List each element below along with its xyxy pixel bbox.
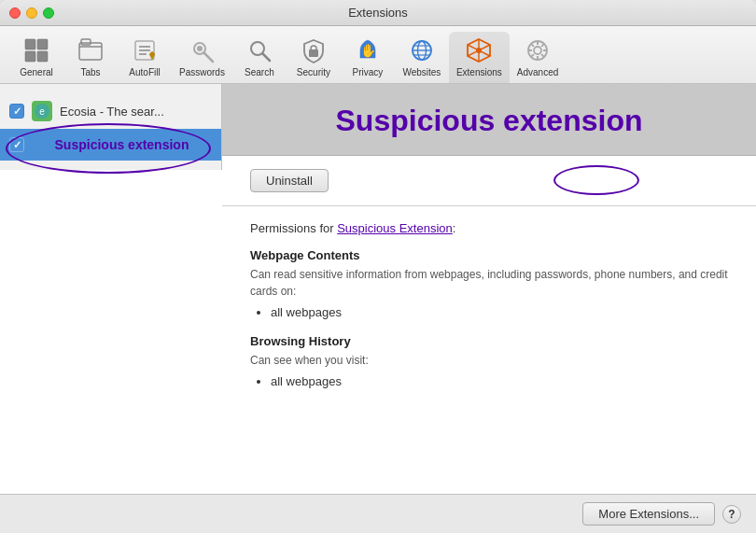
extension-header: Suspicious extension: [222, 84, 756, 156]
uninstall-button[interactable]: Uninstall: [250, 169, 329, 192]
perm-title-browsing: Browsing History: [250, 334, 728, 348]
close-button[interactable]: [9, 7, 21, 19]
svg-line-15: [262, 54, 270, 62]
extension-checkbox-suspicious[interactable]: ✓: [9, 137, 24, 152]
extension-icon: e: [32, 101, 52, 121]
uninstall-annotation-oval: [553, 165, 639, 195]
general-label: General: [20, 67, 53, 77]
extensions-icon: [464, 35, 494, 65]
svg-line-38: [531, 54, 534, 57]
privacy-icon: ✋: [353, 35, 383, 65]
suspicious-extension-name: Suspicious extension: [32, 136, 212, 153]
svg-point-30: [534, 47, 541, 54]
svg-rect-3: [37, 51, 48, 62]
general-icon: [21, 35, 51, 65]
websites-label: Websites: [402, 67, 441, 77]
extension-header-title: Suspicious extension: [250, 103, 728, 138]
bottom-bar: More Extensions... ?: [0, 494, 756, 533]
right-panel: Suspicious extension Uninstall Permissio…: [222, 84, 756, 494]
toolbar: General Tabs A: [0, 26, 756, 84]
svg-rect-2: [25, 51, 35, 62]
maximize-button[interactable]: [43, 7, 54, 19]
svg-line-36: [541, 54, 544, 57]
toolbar-item-advanced[interactable]: Advanced: [510, 32, 566, 83]
permissions-colon: :: [453, 221, 456, 235]
passwords-label: Passwords: [179, 67, 225, 77]
list-item-suspicious[interactable]: ✓ Suspicious extension: [0, 129, 221, 161]
svg-line-37: [541, 44, 544, 47]
autofill-label: AutoFill: [129, 67, 160, 77]
checkmark-icon: ✓: [13, 105, 21, 118]
websites-icon: [407, 35, 437, 65]
help-button[interactable]: ?: [722, 505, 741, 524]
extension-name: Ecosia - The sear...: [60, 105, 212, 119]
permissions-section: Permissions for Suspicious Extension: We…: [222, 206, 756, 494]
list-item[interactable]: ✓ e Ecosia - The sear...: [0, 93, 221, 129]
toolbar-item-websites[interactable]: Websites: [395, 32, 449, 83]
perm-list-browsing: all webpages: [250, 374, 728, 388]
permissions-header: Permissions for Suspicious Extension:: [250, 221, 728, 235]
window: Extensions General Ta: [0, 0, 756, 533]
search-label: Search: [245, 67, 274, 77]
extensions-label: Extensions: [456, 67, 502, 77]
perm-list-webpage: all webpages: [250, 305, 728, 319]
tabs-label: Tabs: [80, 67, 100, 77]
advanced-icon: [523, 35, 553, 65]
svg-rect-16: [309, 49, 318, 57]
permissions-prefix: Permissions for: [250, 221, 334, 235]
title-bar: Extensions: [0, 0, 756, 26]
perm-title-webpage: Webpage Contents: [250, 248, 728, 262]
toolbar-item-extensions[interactable]: Extensions: [449, 32, 510, 83]
content-area: ✓ e Ecosia - The sear... ✓ Sus: [0, 84, 756, 494]
advanced-label: Advanced: [517, 67, 558, 77]
permission-group-webpage: Webpage Contents Can read sensitive info…: [250, 248, 728, 319]
svg-rect-1: [37, 39, 48, 49]
security-icon: [299, 35, 329, 65]
svg-rect-5: [81, 39, 91, 45]
svg-text:✋: ✋: [359, 43, 376, 59]
more-extensions-button[interactable]: More Extensions...: [582, 502, 715, 526]
search-icon: [245, 35, 274, 65]
traffic-lights: [9, 7, 54, 19]
uninstall-row: Uninstall: [222, 156, 756, 206]
toolbar-item-passwords[interactable]: Passwords: [172, 32, 232, 83]
left-panel: ✓ e Ecosia - The sear... ✓ Sus: [0, 84, 222, 170]
toolbar-item-security[interactable]: Security: [287, 32, 341, 83]
toolbar-item-autofill[interactable]: AutoFill: [118, 32, 172, 83]
svg-text:e: e: [39, 106, 45, 117]
privacy-label: Privacy: [353, 67, 384, 77]
toolbar-item-tabs[interactable]: Tabs: [63, 32, 118, 83]
minimize-button[interactable]: [26, 7, 37, 19]
perm-desc-webpage: Can read sensitive information from webp…: [250, 266, 728, 300]
toolbar-item-search[interactable]: Search: [232, 32, 287, 83]
extension-link[interactable]: Suspicious Extension: [337, 221, 453, 235]
permission-group-browsing: Browsing History Can see when you visit:…: [250, 334, 728, 388]
svg-line-12: [204, 53, 214, 63]
security-label: Security: [297, 67, 330, 77]
perm-list-item: all webpages: [271, 305, 728, 319]
autofill-icon: [130, 35, 160, 65]
toolbar-item-privacy[interactable]: ✋ Privacy: [341, 32, 395, 83]
window-title: Extensions: [348, 6, 408, 20]
svg-point-28: [476, 48, 482, 53]
toolbar-item-general[interactable]: General: [9, 32, 63, 83]
svg-line-35: [531, 44, 534, 47]
perm-list-item: all webpages: [271, 374, 728, 388]
svg-rect-0: [25, 39, 35, 49]
svg-point-13: [197, 46, 203, 51]
perm-desc-browsing: Can see when you visit:: [250, 352, 728, 369]
passwords-icon: [187, 35, 217, 65]
tabs-icon: [76, 35, 105, 65]
checkmark-icon: ✓: [13, 139, 21, 151]
extension-checkbox[interactable]: ✓: [9, 104, 24, 119]
